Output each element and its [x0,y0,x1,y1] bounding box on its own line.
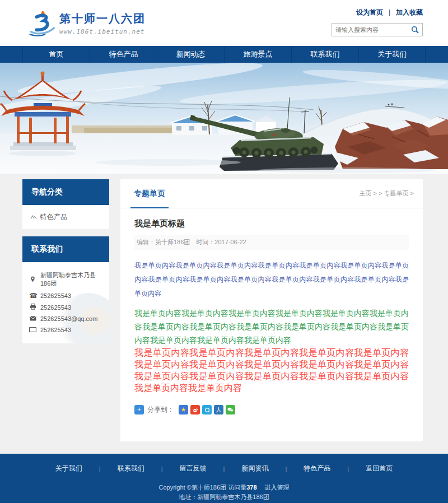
location-icon [29,276,36,284]
top-link-favorite[interactable]: 加入收藏 [396,8,423,16]
footer-link-home[interactable]: 返回首页 [363,464,395,473]
sidebar-contact-title: 联系我们 [22,236,109,262]
footer-link-feedback[interactable]: 留言反馈 [178,464,209,473]
footer-separator: | [285,465,287,472]
contact-fax-row: 252625543 [29,301,104,313]
sidebar-item-label: 特色产品 [40,212,67,222]
contact-email-row: 252625543@qq.com [29,313,104,324]
contact-address-row: 新疆阿勒泰吉木乃县186团 [29,269,104,290]
footer-separator: | [99,465,101,472]
copyright-line: Copyright ©第十师186团 访问量378进入管理 [0,483,448,492]
article: 我是单页标题 编辑：第十师186团 时间：2017-06-22 我是单页内容我是… [120,208,423,441]
mobile-icon [29,327,36,333]
nav-item-home[interactable]: 首页 [22,46,90,63]
contact-mobile: 252625543 [40,327,71,333]
nav-item-scenic[interactable]: 旅游景点 [224,46,291,63]
site-footer: 关于我们| 联系我们| 留言反馈| 新闻资讯| 特色产品| 返回首页 Copyr… [0,454,448,503]
visit-count: 378 [246,484,256,491]
article-paragraph-green: 我是单页内容我是单页内容我是单页内容我是单页内容我是单页内容我是单页内容我是单页… [134,306,409,347]
share-wechat-icon[interactable] [226,405,235,414]
footer-link-contact[interactable]: 联系我们 [115,464,147,473]
share-bar: + 分享到： ★ 人 [134,405,409,414]
sidebar-category-card: 导航分类 特色产品 [22,179,109,230]
article-title: 我是单页标题 [134,218,409,229]
contact-mobile-row: 252625543 [29,324,104,336]
copyright-text: Copyright ©第十师186团 访问量 [158,484,246,491]
share-plus-icon[interactable]: + [134,405,144,414]
article-meta: 编辑：第十师186团 时间：2017-06-22 [134,235,409,250]
logo-icon [29,9,55,37]
article-paragraph-blue: 我是单页内容我是单页内容我是单页内容我是单页内容我是单页内容我是单页内容我是单页… [134,259,409,301]
footer-link-news[interactable]: 新闻资讯 [239,464,270,473]
footer-link-about[interactable]: 关于我们 [53,464,85,473]
article-paragraph-red: 我是单页内容我是单页内容我是单页内容我是单页内容我是单页内容我是单页内容我是单页… [134,347,409,394]
share-renren-icon[interactable]: 人 [214,405,223,414]
nav-item-about[interactable]: 关于我们 [358,46,426,63]
hero-image [0,63,448,174]
sidebar: 导航分类 特色产品 联系我们 新疆阿勒泰吉木乃县186团 [22,179,109,350]
fax-icon [29,304,36,311]
nav-item-products[interactable]: 特色产品 [90,46,157,63]
breadcrumb[interactable]: 主页 > > 专题单页 > [360,189,414,198]
footer-separator: | [223,465,225,472]
contact-address: 新疆阿勒泰吉木乃县186团 [40,271,104,288]
site-logo[interactable]: 第十师一八六团 www.186t.ibeitun.net [29,9,146,37]
search-button[interactable] [408,24,422,36]
header-top-links: 设为首页|加入收藏 [277,8,423,17]
category-item-icon [30,214,37,220]
nav-item-news[interactable]: 新闻动态 [157,46,224,63]
sidebar-category-title: 导航分类 [22,179,109,205]
search-input[interactable] [332,26,408,33]
footer-separator: | [347,465,349,472]
contact-email: 252625543@qq.com [40,315,97,322]
share-qzone-icon[interactable]: ★ [179,405,188,414]
tab-topic-page[interactable]: 专题单页 [130,179,169,208]
content-area: 导航分类 特色产品 联系我们 新疆阿勒泰吉木乃县186团 [0,174,448,454]
sidebar-contact-card: 联系我们 新疆阿勒泰吉木乃县186团 ☎ 252625543 [22,236,109,343]
top-link-set-home[interactable]: 设为首页 [356,8,383,16]
share-tencent-weibo-icon[interactable] [202,405,212,414]
footer-links: 关于我们| 联系我们| 留言反馈| 新闻资讯| 特色产品| 返回首页 [0,464,448,473]
main-tab-row: 专题单页 主页 > > 专题单页 > [120,179,423,208]
hero-banner [0,63,448,174]
footer-address-line: 地址：新疆阿勒泰吉木乃县186团 [0,493,448,501]
footer-separator: | [161,465,163,472]
search-box [332,23,423,36]
search-icon [411,26,419,34]
nav-item-contact[interactable]: 联系我们 [291,46,358,63]
site-header: 第十师一八六团 www.186t.ibeitun.net 设为首页|加入收藏 [0,0,448,46]
sidebar-item-products[interactable]: 特色产品 [22,205,109,230]
phone-icon: ☎ [29,292,36,299]
site-name: 第十师一八六团 [59,11,146,26]
main-panel: 专题单页 主页 > > 专题单页 > 我是单页标题 编辑：第十师186团 时间：… [120,179,423,441]
site-url: www.186t.ibeitun.net [59,28,146,35]
footer-copyright: Copyright ©第十师186团 访问量378进入管理 地址：新疆阿勒泰吉木… [0,483,448,503]
top-links-separator: | [389,8,390,16]
footer-link-products[interactable]: 特色产品 [301,464,333,473]
share-label: 分享到： [147,405,174,414]
share-weibo-icon[interactable] [190,405,200,414]
contact-phone-row: ☎ 252625543 [29,290,104,301]
admin-login-link[interactable]: 进入管理 [265,484,290,491]
contact-phone: 252625543 [40,292,71,299]
contact-fax: 252625543 [40,304,71,311]
main-nav: 首页 特色产品 新闻动态 旅游景点 联系我们 关于我们 [0,46,448,63]
email-icon [29,315,36,322]
